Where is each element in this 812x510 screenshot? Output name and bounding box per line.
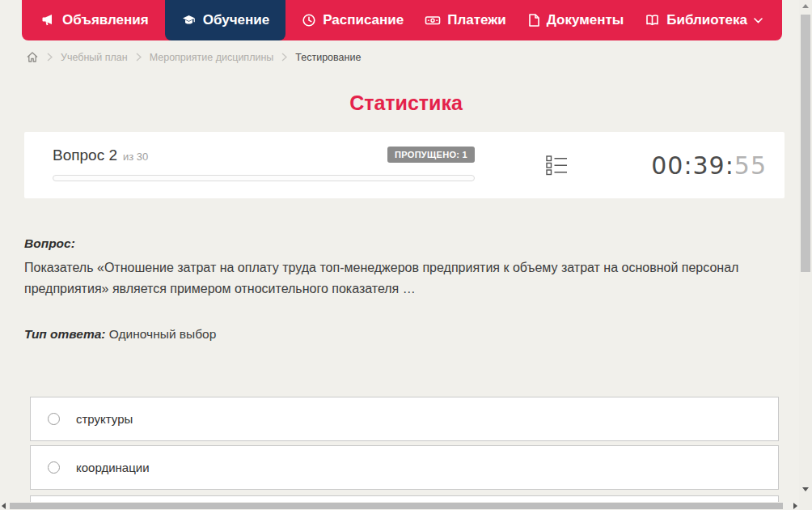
- graduation-cap-icon: [181, 13, 197, 28]
- question-text: Показатель «Отношение затрат на оплату т…: [24, 257, 756, 300]
- answer-type-line: Тип ответа: Одиночный выбор: [24, 327, 756, 342]
- home-icon[interactable]: [26, 51, 39, 63]
- nav-item-payments[interactable]: Платежи: [425, 0, 506, 40]
- scroll-right-arrow-icon[interactable]: [793, 503, 797, 509]
- cash-icon: [425, 13, 441, 28]
- timer-seconds: 55: [734, 151, 767, 180]
- clock-icon: [302, 13, 316, 28]
- nav-item-label: Библиотека: [666, 12, 747, 28]
- breadcrumb: Учебный план Мероприятие дисциплины Тест…: [26, 51, 361, 63]
- vertical-scrollbar-thumb[interactable]: [801, 15, 810, 272]
- book-icon: [645, 13, 660, 28]
- nav-item-label: Документы: [547, 12, 624, 28]
- breadcrumb-separator-icon: [281, 53, 287, 62]
- scroll-down-arrow-icon[interactable]: [802, 487, 809, 491]
- radio-button[interactable]: [48, 413, 60, 425]
- document-icon: [527, 13, 540, 28]
- answer-type-value: Одиночный выбор: [109, 327, 217, 341]
- question-total: из 30: [123, 151, 148, 163]
- question-prompt-label: Вопрос:: [24, 236, 756, 251]
- nav-item-announcements[interactable]: Объявления: [41, 0, 149, 40]
- top-navbar: Объявления Обучение Расписание Платежи Д…: [22, 0, 782, 40]
- nav-item-label: Обучение: [203, 12, 269, 28]
- breadcrumb-separator-icon: [136, 53, 142, 62]
- breadcrumb-separator-icon: [47, 53, 53, 62]
- nav-item-documents[interactable]: Документы: [527, 0, 624, 40]
- answer-option-structure[interactable]: структуры: [30, 397, 779, 441]
- vertical-scrollbar[interactable]: [799, 0, 812, 502]
- timer-hours-minutes: 00:39:: [651, 151, 734, 180]
- breadcrumb-item-testing: Тестирование: [295, 52, 361, 63]
- nav-item-schedule[interactable]: Расписание: [302, 0, 404, 40]
- horizontal-scrollbar[interactable]: [0, 502, 799, 510]
- chevron-down-icon: [754, 18, 763, 23]
- answer-type-label: Тип ответа:: [24, 327, 106, 341]
- nav-item-label: Расписание: [323, 12, 404, 28]
- scrollbar-corner: [799, 502, 812, 510]
- skipped-badge: ПРОПУЩЕНО: 1: [387, 147, 475, 163]
- question-block: Вопрос: Показатель «Отношение затрат на …: [24, 236, 756, 342]
- breadcrumb-item-discipline-event[interactable]: Мероприятие дисциплины: [150, 52, 274, 63]
- answer-option-label: структуры: [76, 412, 133, 426]
- question-list-icon[interactable]: [546, 155, 568, 180]
- scroll-left-arrow-icon[interactable]: [2, 503, 6, 509]
- scroll-up-arrow-icon[interactable]: [802, 4, 809, 8]
- answer-option-coordination[interactable]: координации: [30, 445, 779, 490]
- question-status-card: Вопрос 2 из 30 ПРОПУЩЕНО: 1 00:39:55: [24, 132, 785, 198]
- breadcrumb-item-curriculum[interactable]: Учебный план: [61, 52, 128, 63]
- megaphone-icon: [41, 13, 56, 28]
- radio-button[interactable]: [48, 461, 60, 474]
- horizontal-scrollbar-thumb[interactable]: [10, 503, 783, 509]
- nav-item-label: Объявления: [62, 12, 149, 28]
- timer: 00:39:55: [651, 151, 767, 180]
- nav-item-library[interactable]: Библиотека: [645, 0, 763, 40]
- answer-option-label: координации: [76, 461, 150, 474]
- progress-bar: [53, 175, 475, 181]
- nav-item-training[interactable]: Обучение: [165, 0, 285, 40]
- question-progress-block: Вопрос 2 из 30 ПРОПУЩЕНО: 1: [53, 147, 475, 181]
- nav-item-label: Платежи: [447, 12, 506, 28]
- page-title: Статистика: [0, 91, 812, 115]
- question-number: Вопрос 2: [53, 147, 117, 164]
